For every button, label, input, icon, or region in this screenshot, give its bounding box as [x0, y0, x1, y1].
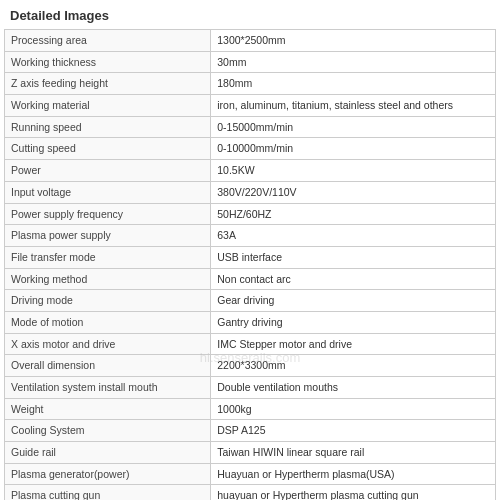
spec-value: 380V/220V/110V: [211, 181, 496, 203]
table-row: Cooling SystemDSP A125: [5, 420, 496, 442]
spec-label: Processing area: [5, 30, 211, 52]
spec-label: Power supply frequency: [5, 203, 211, 225]
table-row: Plasma power supply63A: [5, 225, 496, 247]
spec-label: Overall dimension: [5, 355, 211, 377]
spec-label: Input voltage: [5, 181, 211, 203]
table-row: Working methodNon contact arc: [5, 268, 496, 290]
table-row: Plasma generator(power)Huayuan or Hypert…: [5, 463, 496, 485]
table-row: Z axis feeding height180mm: [5, 73, 496, 95]
table-row: Working materialiron, aluminum, titanium…: [5, 95, 496, 117]
spec-label: Cooling System: [5, 420, 211, 442]
table-row: Working thickness30mm: [5, 51, 496, 73]
spec-value: 10.5KW: [211, 160, 496, 182]
spec-label: Power: [5, 160, 211, 182]
spec-value: 2200*3300mm: [211, 355, 496, 377]
spec-value: Huayuan or Hypertherm plasma(USA): [211, 463, 496, 485]
spec-value: Non contact arc: [211, 268, 496, 290]
spec-label: Plasma power supply: [5, 225, 211, 247]
spec-label: X axis motor and drive: [5, 333, 211, 355]
table-row: Processing area1300*2500mm: [5, 30, 496, 52]
spec-value: 1000kg: [211, 398, 496, 420]
spec-value: IMC Stepper motor and drive: [211, 333, 496, 355]
spec-label: Weight: [5, 398, 211, 420]
table-row: Mode of motionGantry driving: [5, 311, 496, 333]
spec-value: 63A: [211, 225, 496, 247]
page-title: Detailed Images: [0, 0, 500, 29]
spec-value: 1300*2500mm: [211, 30, 496, 52]
table-row: Running speed0-15000mm/min: [5, 116, 496, 138]
table-row: Power10.5KW: [5, 160, 496, 182]
table-row: Weight1000kg: [5, 398, 496, 420]
spec-label: Z axis feeding height: [5, 73, 211, 95]
table-row: Power supply frequency50HZ/60HZ: [5, 203, 496, 225]
spec-label: File transfer mode: [5, 246, 211, 268]
table-row: X axis motor and driveIMC Stepper motor …: [5, 333, 496, 355]
spec-value: 0-15000mm/min: [211, 116, 496, 138]
spec-value: iron, aluminum, titanium, stainless stee…: [211, 95, 496, 117]
table-row: File transfer modeUSB interface: [5, 246, 496, 268]
spec-value: 30mm: [211, 51, 496, 73]
spec-label: Mode of motion: [5, 311, 211, 333]
spec-label: Working thickness: [5, 51, 211, 73]
spec-label: Working material: [5, 95, 211, 117]
spec-label: Running speed: [5, 116, 211, 138]
spec-value: USB interface: [211, 246, 496, 268]
table-row: Overall dimension2200*3300mm: [5, 355, 496, 377]
spec-value: 180mm: [211, 73, 496, 95]
spec-label: Driving mode: [5, 290, 211, 312]
spec-value: Taiwan HIWIN linear square rail: [211, 442, 496, 464]
spec-label: Plasma cutting gun: [5, 485, 211, 500]
spec-value: Gear driving: [211, 290, 496, 312]
table-row: Cutting speed0-10000mm/min: [5, 138, 496, 160]
spec-label: Cutting speed: [5, 138, 211, 160]
spec-value: 50HZ/60HZ: [211, 203, 496, 225]
table-row: Guide railTaiwan HIWIN linear square rai…: [5, 442, 496, 464]
table-row: Input voltage380V/220V/110V: [5, 181, 496, 203]
spec-label: Ventilation system install mouth: [5, 377, 211, 399]
table-row: Driving modeGear driving: [5, 290, 496, 312]
spec-label: Plasma generator(power): [5, 463, 211, 485]
table-row: Ventilation system install mouthDouble v…: [5, 377, 496, 399]
spec-label: Working method: [5, 268, 211, 290]
spec-value: huayuan or Hypertherm plasma cutting gun: [211, 485, 496, 500]
spec-value: Gantry driving: [211, 311, 496, 333]
specs-table: Processing area1300*2500mmWorking thickn…: [4, 29, 496, 500]
spec-value: 0-10000mm/min: [211, 138, 496, 160]
spec-label: Guide rail: [5, 442, 211, 464]
spec-value: DSP A125: [211, 420, 496, 442]
table-row: Plasma cutting gunhuayuan or Hypertherm …: [5, 485, 496, 500]
spec-value: Double ventilation mouths: [211, 377, 496, 399]
